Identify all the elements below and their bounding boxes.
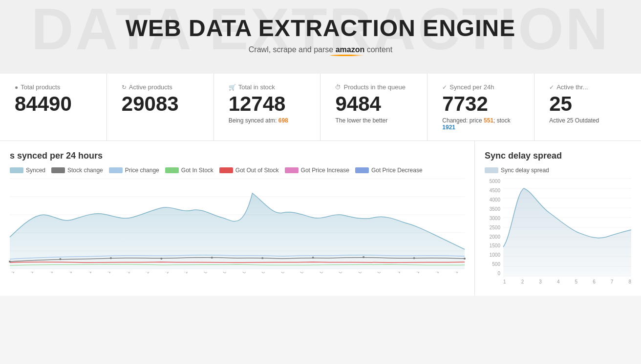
stat-synced-24h: ✓ Synced per 24h 7732 Changed: price 551… [427, 74, 534, 141]
legend-synced-box [10, 167, 23, 173]
legend-price-change: Price change [109, 167, 159, 174]
y-label-0: 0 [485, 271, 500, 276]
check2-icon: ✓ [549, 84, 554, 91]
page-title: WEB DATA EXTRACTION ENGINE [10, 15, 631, 41]
stat-total-in-stock: 🛒 Total in stock 12748 Being synced atm:… [214, 74, 321, 141]
x-label-15: 05:09 [299, 272, 309, 274]
legend-price-decrease: Got Price Decrease [355, 167, 423, 174]
x-axis-labels: 14:39 15:09 16:09 17:09 18:09 19:09 20:0… [10, 272, 465, 277]
amazon-brand: amazon [336, 45, 365, 54]
delay-area [503, 188, 631, 276]
x-label-11: 01:09 [222, 272, 232, 274]
rx-label-1: 1 [503, 279, 506, 284]
svg-point-13 [363, 256, 364, 258]
header-subtitle: Crawl, scrape and parse amazon content [10, 45, 631, 54]
legend-sync-delay-label: Sync delay spread [501, 167, 549, 174]
stat-value-active-threads: 25 [549, 93, 626, 115]
x-label-21: 11:09 [415, 272, 425, 274]
left-chart-title: s synced per 24 hours [10, 151, 465, 161]
stat-queue: ⏱ Products in the queue 9484 The lower t… [320, 74, 427, 141]
legend-got-out-stock-label: Got Out of Stock [235, 167, 279, 174]
y-label-2000: 2000 [485, 234, 500, 240]
x-label-2: 16:09 [48, 272, 58, 274]
x-label-17: 07:09 [338, 272, 347, 274]
x-label-18: 08:09 [357, 272, 367, 274]
right-chart-area: 5000 4500 4000 3500 3000 2500 2000 1500 … [485, 179, 631, 284]
x-label-16: 06:09 [319, 272, 328, 274]
legend-got-out-stock-box [219, 167, 233, 173]
stat-value-active-products: 29083 [122, 93, 199, 115]
x-label-12: 02:09 [241, 272, 251, 274]
x-label-20: 10:09 [396, 272, 406, 274]
rx-label-4: 4 [557, 279, 560, 284]
svg-point-7 [59, 258, 61, 260]
left-chart-svg-container: 14:39 15:09 16:09 17:09 18:09 19:09 20:0… [10, 179, 465, 286]
legend-got-in-stock: Got In Stock [165, 167, 214, 174]
svg-point-10 [211, 257, 213, 259]
x-label-3: 17:09 [67, 272, 77, 274]
chart-legend: Synced Stock change Price change Got In … [10, 167, 465, 174]
legend-stock-change-label: Stock change [67, 167, 103, 174]
legend-synced-label: Synced [26, 167, 45, 174]
x-label-22: 12:09 [434, 272, 444, 274]
right-chart-svg [503, 179, 631, 276]
stats-row: ● Total products 84490 ↻ Active products… [0, 74, 641, 141]
legend-got-out-of-stock: Got Out of Stock [219, 167, 279, 174]
svg-point-15 [464, 258, 466, 260]
stat-label-queue: ⏱ Products in the queue [335, 83, 412, 91]
legend-price-change-label: Price change [125, 167, 159, 174]
stat-active-products: ↻ Active products 29083 [107, 74, 214, 141]
check-icon: ✓ [442, 84, 447, 91]
y-label-3000: 3000 [485, 216, 500, 221]
left-chart-svg [10, 179, 465, 269]
right-chart-title: Sync delay spread [485, 151, 631, 161]
y-label-4500: 4500 [485, 188, 500, 193]
rx-label-7: 7 [611, 279, 614, 284]
legend-synced: Synced [10, 167, 45, 174]
legend-got-in-stock-label: Got In Stock [181, 167, 214, 174]
legend-got-in-stock-box [165, 167, 179, 173]
legend-price-decrease-box [355, 167, 369, 173]
legend-price-change-box [109, 167, 123, 173]
y-label-4000: 4000 [485, 197, 500, 202]
y-label-5000: 5000 [485, 179, 500, 184]
y-label-1000: 1000 [485, 252, 500, 258]
stat-label-active-threads: ✓ Active thr... [549, 83, 626, 91]
x-label-0: 14:39 [10, 272, 20, 274]
stat-value-total-in-stock: 12748 [229, 93, 306, 115]
svg-point-6 [9, 261, 11, 263]
stat-label-synced-24h: ✓ Synced per 24h [442, 83, 519, 91]
main-content: s synced per 24 hours Synced Stock chang… [0, 141, 641, 296]
stat-sub-active-threads: Active 25 Outdated [549, 117, 626, 124]
stat-sub-total-in-stock: Being synced atm: 698 [229, 117, 306, 124]
y-label-3500: 3500 [485, 206, 500, 212]
stat-sub-queue: The lower the better [335, 117, 412, 124]
price-changed-value: 551 [484, 117, 493, 124]
svg-point-11 [261, 257, 263, 259]
left-chart-container: s synced per 24 hours Synced Stock chang… [0, 141, 475, 296]
right-chart-container: Sync delay spread Sync delay spread 5000… [475, 141, 641, 296]
right-x-axis: 1 2 3 4 5 6 7 8 [503, 279, 631, 284]
x-label-14: 04:09 [280, 272, 290, 274]
svg-point-14 [413, 257, 415, 259]
stat-label-active-products: ↻ Active products [122, 83, 199, 91]
x-label-1: 15:09 [29, 272, 39, 274]
synced-area [10, 193, 465, 269]
stat-value-queue: 9484 [335, 93, 412, 115]
stat-label-total-in-stock: 🛒 Total in stock [229, 83, 306, 91]
x-label-19: 09:09 [376, 272, 386, 274]
svg-point-12 [312, 257, 314, 259]
svg-point-8 [110, 257, 112, 259]
legend-price-decrease-label: Got Price Decrease [371, 167, 423, 174]
x-label-13: 03:09 [260, 272, 270, 274]
legend-sync-delay: Sync delay spread [485, 167, 549, 174]
clock-icon: ⏱ [335, 84, 341, 91]
cart-icon: 🛒 [229, 84, 236, 91]
stat-active-threads: ✓ Active thr... 25 Active 25 Outdated [534, 74, 641, 141]
stat-total-products: ● Total products 84490 [0, 74, 107, 141]
right-y-axis: 5000 4500 4000 3500 3000 2500 2000 1500 … [485, 179, 500, 276]
x-label-6: 20:09 [126, 272, 135, 274]
x-label-7: 21:09 [145, 272, 154, 274]
x-label-10: 00:09 [203, 272, 213, 274]
refresh-icon: ↻ [122, 84, 127, 91]
